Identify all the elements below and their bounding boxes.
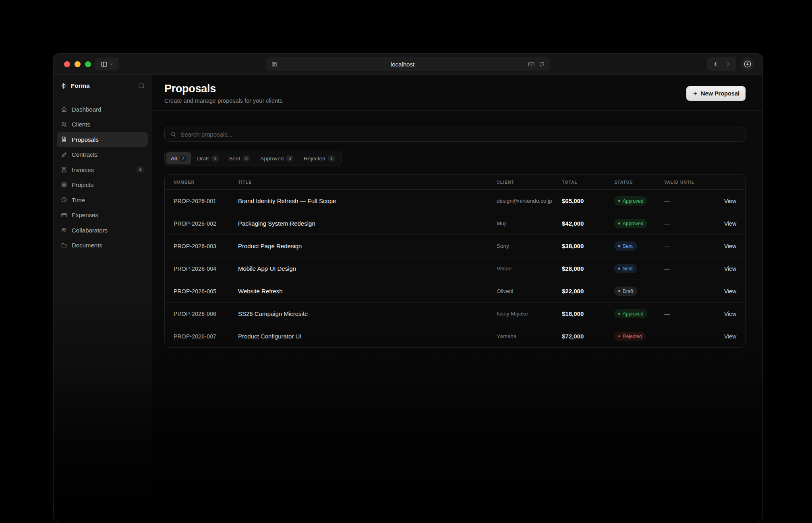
zoom-window-button[interactable] xyxy=(85,61,91,67)
file-text-icon xyxy=(61,136,67,143)
autofill-icon[interactable] xyxy=(528,61,535,68)
view-link[interactable]: View xyxy=(724,333,736,340)
sidebar-item-label: Time xyxy=(72,197,144,203)
proposal-total: $18,000 xyxy=(562,310,614,317)
sidebar-item-time[interactable]: Time xyxy=(57,193,148,207)
filter-tab-count: 1 xyxy=(328,156,335,162)
sidebar-item-contracts[interactable]: Contracts xyxy=(57,147,148,162)
proposal-number: PROP-2026-001 xyxy=(174,198,238,204)
view-link[interactable]: View xyxy=(724,311,736,317)
status-label: Sent xyxy=(623,266,633,272)
status-badge: Draft xyxy=(614,286,637,296)
proposal-row[interactable]: PROP-2026-006 SS26 Campaign Microsite Is… xyxy=(165,302,745,325)
browser-sidebar-toggle[interactable] xyxy=(95,58,118,71)
chevron-down-icon xyxy=(109,62,113,66)
proposal-row[interactable]: PROP-2026-007 Product Configurator UI Ya… xyxy=(165,325,745,347)
proposal-total: $28,000 xyxy=(562,265,614,272)
people-icon xyxy=(61,227,67,233)
forward-button[interactable] xyxy=(725,61,731,67)
filter-tab-draft[interactable]: Draft 1 xyxy=(192,152,223,164)
proposal-title: Website Refresh xyxy=(238,288,497,295)
proposal-valid-until: — xyxy=(664,311,713,317)
new-proposal-label: New Proposal xyxy=(701,90,740,97)
filter-tab-sent[interactable]: Sent 2 xyxy=(224,152,255,164)
sidebar-item-clients[interactable]: Clients xyxy=(57,117,148,132)
brand-logo-icon xyxy=(60,82,67,89)
main-content: Proposals Create and manage proposals fo… xyxy=(151,75,762,522)
proposal-client: design@nintendo.co.jp xyxy=(497,198,562,204)
filter-tab-approved[interactable]: Approved 3 xyxy=(255,152,298,164)
sidebar-item-label: Contracts xyxy=(72,151,144,158)
status-dot-icon xyxy=(618,268,620,270)
filter-tab-rejected[interactable]: Rejected 1 xyxy=(299,152,340,164)
column-header-number: Number xyxy=(174,180,238,185)
proposal-total: $72,000 xyxy=(562,333,614,340)
sidebar-item-invoices[interactable]: Invoices 4 xyxy=(57,162,148,177)
sidebar-item-proposals[interactable]: Proposals xyxy=(57,132,148,147)
page-header: Proposals Create and manage proposals fo… xyxy=(151,75,762,111)
browser-window: localhost xyxy=(53,53,763,522)
proposal-client: Issey Miyake xyxy=(497,311,562,317)
downloads-button[interactable] xyxy=(741,57,754,71)
column-header-client: Client xyxy=(497,180,562,185)
search-bar xyxy=(164,127,746,142)
sidebar-item-label: Clients xyxy=(72,121,144,128)
proposal-row[interactable]: PROP-2026-003 Product Page Redesign Sony… xyxy=(165,235,745,257)
view-link[interactable]: View xyxy=(724,288,736,295)
proposal-number: PROP-2026-006 xyxy=(174,311,238,317)
view-link[interactable]: View xyxy=(724,243,736,249)
status-dot-icon xyxy=(618,222,620,224)
minimize-window-button[interactable] xyxy=(75,61,81,67)
users-icon xyxy=(61,121,67,128)
sidebar-item-documents[interactable]: Documents xyxy=(57,238,148,253)
address-bar[interactable]: localhost xyxy=(267,57,550,71)
back-button[interactable] xyxy=(713,61,719,67)
proposal-client: Olivetti xyxy=(497,288,562,294)
proposal-row[interactable]: PROP-2026-001 Brand Identity Refresh — F… xyxy=(165,189,745,212)
history-nav xyxy=(707,57,736,71)
proposal-row[interactable]: PROP-2026-004 Mobile App UI Design Vitso… xyxy=(165,257,745,280)
new-proposal-button[interactable]: New Proposal xyxy=(686,86,746,101)
sidebar-collapse-button[interactable] xyxy=(138,83,145,89)
clock-icon xyxy=(61,197,67,203)
status-dot-icon xyxy=(618,245,620,247)
grid-icon xyxy=(61,182,67,188)
filter-tab-count: 7 xyxy=(180,156,186,162)
proposal-title: Mobile App UI Design xyxy=(238,265,497,272)
proposal-row[interactable]: PROP-2026-002 Packaging System Redesign … xyxy=(165,212,745,235)
app-root: Forma Dashboard Clients xyxy=(54,75,762,522)
sidebar-item-label: Expenses xyxy=(72,212,144,218)
view-link[interactable]: View xyxy=(724,266,736,272)
reader-icon xyxy=(271,61,278,67)
close-window-button[interactable] xyxy=(64,61,70,67)
sidebar-nav: Dashboard Clients Proposals Contracts xyxy=(54,97,151,257)
reload-icon[interactable] xyxy=(539,61,545,67)
status-badge: Approved xyxy=(614,219,647,228)
proposal-title: Packaging System Redesign xyxy=(238,220,497,227)
status-label: Sent xyxy=(623,243,633,249)
sidebar-item-expenses[interactable]: Expenses xyxy=(57,208,148,222)
filter-tab-label: Sent xyxy=(229,156,240,162)
sidebar-item-label: Projects xyxy=(72,181,144,188)
sidebar-item-collaborators[interactable]: Collaborators xyxy=(57,223,148,237)
proposal-valid-until: — xyxy=(664,266,713,272)
proposal-client: Vitsoe xyxy=(497,266,562,272)
sidebar-item-projects[interactable]: Projects xyxy=(57,178,148,192)
content-area: All 7 Draft 1 Sent 2 xyxy=(151,111,762,348)
sidebar-item-label: Documents xyxy=(72,242,144,249)
view-link[interactable]: View xyxy=(724,220,736,227)
view-link[interactable]: View xyxy=(724,198,736,204)
status-dot-icon xyxy=(618,290,620,292)
proposal-number: PROP-2026-002 xyxy=(174,220,238,227)
proposal-row[interactable]: PROP-2026-005 Website Refresh Olivetti $… xyxy=(165,280,745,302)
home-icon xyxy=(61,106,67,112)
search-input[interactable] xyxy=(180,131,740,138)
proposal-client: Muji xyxy=(497,220,562,226)
plus-icon xyxy=(692,91,698,96)
proposal-total: $38,000 xyxy=(562,243,614,249)
proposal-title: Product Page Redesign xyxy=(238,243,497,249)
filter-tab-all[interactable]: All 7 xyxy=(166,152,191,164)
status-label: Draft xyxy=(623,288,633,294)
proposal-total: $42,000 xyxy=(562,220,614,227)
sidebar-item-dashboard[interactable]: Dashboard xyxy=(57,102,148,116)
